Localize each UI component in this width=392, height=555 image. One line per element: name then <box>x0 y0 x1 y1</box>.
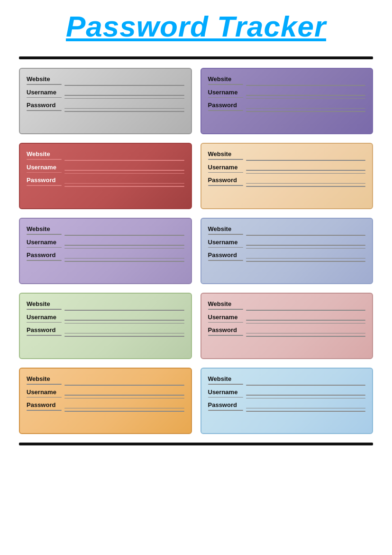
input-line[interactable] <box>246 398 366 399</box>
label-line <box>27 322 62 323</box>
input-line[interactable] <box>246 248 366 249</box>
website-label: Website <box>208 375 243 382</box>
username-field: Username <box>208 388 366 399</box>
input-line[interactable] <box>64 333 184 334</box>
input-line[interactable] <box>64 170 184 171</box>
input-line[interactable] <box>246 323 366 324</box>
label-line <box>27 172 62 173</box>
input-line[interactable] <box>64 408 184 409</box>
input-line[interactable] <box>64 323 184 324</box>
top-rule <box>19 56 373 59</box>
card-1: Website Username <box>19 68 192 134</box>
input-line[interactable] <box>246 245 366 246</box>
password-field: Password <box>27 176 184 187</box>
input-line[interactable] <box>246 336 366 337</box>
website-label: Website <box>208 75 243 83</box>
website-field: Website <box>208 375 366 386</box>
label-line <box>208 97 243 98</box>
input-line[interactable] <box>64 398 184 399</box>
username-field: Username <box>27 164 184 174</box>
input-line[interactable] <box>64 336 184 337</box>
input-line[interactable] <box>64 111 184 112</box>
input-line[interactable] <box>246 186 366 187</box>
input-line[interactable] <box>246 258 366 259</box>
label-line <box>27 260 62 261</box>
input-line[interactable] <box>246 173 366 174</box>
input-line[interactable] <box>246 85 366 86</box>
cards-grid: Website Username <box>19 68 373 434</box>
input-line[interactable] <box>64 320 184 321</box>
cards-row-2: Website Username <box>19 143 373 209</box>
input-line[interactable] <box>246 385 366 386</box>
website-field: Website <box>27 225 184 236</box>
website-field: Website <box>27 75 184 86</box>
input-line[interactable] <box>64 186 184 187</box>
website-label: Website <box>27 300 62 307</box>
input-line[interactable] <box>246 261 366 262</box>
input-line[interactable] <box>246 310 366 311</box>
username-label: Username <box>208 164 243 171</box>
username-label: Username <box>208 388 243 396</box>
input-line[interactable] <box>246 395 366 396</box>
label-line <box>27 185 62 186</box>
input-line[interactable] <box>246 95 366 96</box>
input-line[interactable] <box>246 98 366 99</box>
input-line[interactable] <box>246 183 366 184</box>
label-line <box>27 84 62 85</box>
input-line[interactable] <box>246 170 366 171</box>
input-line[interactable] <box>64 310 184 311</box>
input-line[interactable] <box>64 385 184 386</box>
input-line[interactable] <box>64 183 184 184</box>
website-label: Website <box>27 75 62 83</box>
input-line[interactable] <box>64 235 184 236</box>
website-field: Website <box>27 375 184 386</box>
password-field: Password <box>208 251 366 262</box>
input-line[interactable] <box>64 85 184 86</box>
card-9: Website Username <box>19 368 192 434</box>
cards-row-3: Website Username <box>19 218 373 284</box>
input-line[interactable] <box>64 248 184 249</box>
input-line[interactable] <box>246 411 366 412</box>
card-8: Website Username <box>201 293 374 359</box>
label-line <box>208 335 243 336</box>
label-line <box>27 97 62 98</box>
input-line[interactable] <box>246 408 366 409</box>
input-line[interactable] <box>64 160 184 161</box>
input-line[interactable] <box>246 160 366 161</box>
cards-row-4: Website Username <box>19 293 373 359</box>
input-line[interactable] <box>246 108 366 109</box>
input-line[interactable] <box>246 235 366 236</box>
label-line <box>208 159 243 160</box>
password-field: Password <box>27 102 184 112</box>
website-label: Website <box>27 375 62 382</box>
password-field: Password <box>27 251 184 262</box>
input-line[interactable] <box>246 320 366 321</box>
password-label: Password <box>27 251 62 259</box>
label-line <box>27 384 62 385</box>
input-line[interactable] <box>64 98 184 99</box>
website-label: Website <box>27 150 62 157</box>
card-4: Website Username <box>201 143 374 209</box>
label-line <box>208 84 243 85</box>
label-line <box>27 410 62 411</box>
website-field: Website <box>208 75 366 86</box>
input-line[interactable] <box>246 333 366 334</box>
password-label: Password <box>27 326 62 333</box>
input-line[interactable] <box>64 258 184 259</box>
input-line[interactable] <box>64 395 184 396</box>
username-label: Username <box>27 164 62 171</box>
website-label: Website <box>27 225 62 232</box>
password-label: Password <box>208 326 243 333</box>
input-line[interactable] <box>64 261 184 262</box>
card-7: Website Username <box>19 293 192 359</box>
input-line[interactable] <box>246 111 366 112</box>
card-5: Website Username <box>19 218 192 284</box>
input-line[interactable] <box>64 245 184 246</box>
input-line[interactable] <box>64 173 184 174</box>
cards-row-1: Website Username <box>19 68 373 134</box>
input-line[interactable] <box>64 108 184 109</box>
password-field: Password <box>208 102 366 112</box>
password-field: Password <box>27 401 184 412</box>
input-line[interactable] <box>64 411 184 412</box>
input-line[interactable] <box>64 95 184 96</box>
